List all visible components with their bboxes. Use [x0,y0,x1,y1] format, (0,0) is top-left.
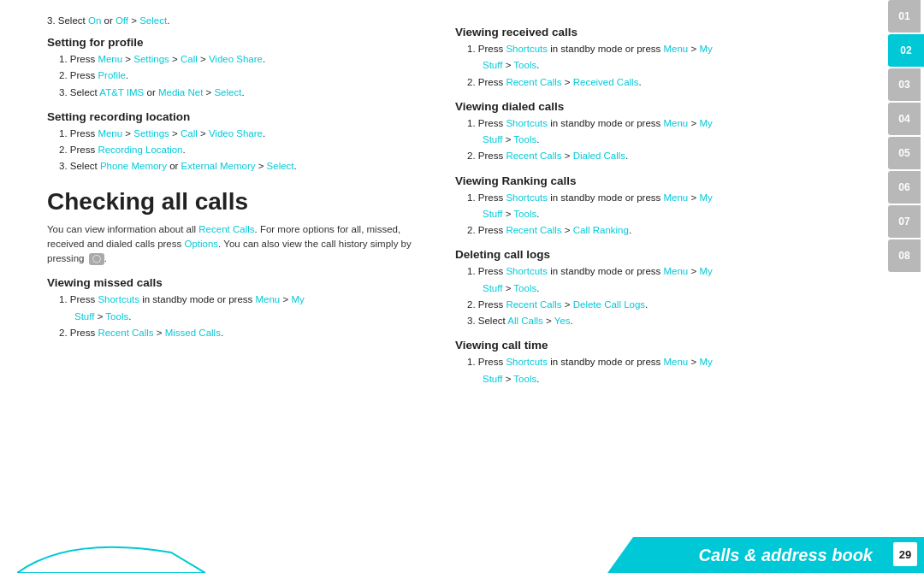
received-step-2: 2. Press Recent Calls > Received Calls. [467,75,834,90]
viewing-ranking-section: Viewing Ranking calls 1. Press Shortcuts… [455,174,834,239]
tab-03[interactable]: 03 [888,68,921,101]
viewing-time-section: Viewing call time 1. Press Shortcuts in … [455,339,834,387]
bottom-bar: Calls & address book 29 [0,537,924,573]
viewing-time-steps: 1. Press Shortcuts in standby mode or pr… [455,355,834,387]
viewing-missed-section: Viewing missed calls 1. Press Shortcuts … [47,276,418,340]
setting-profile-heading: Setting for profile [47,36,418,49]
page-wrapper: 3. Select On or Off > Select. Setting fo… [0,0,924,573]
viewing-dialed-heading: Viewing dialed calls [455,100,834,113]
tab-07[interactable]: 07 [888,205,921,238]
deleting-logs-section: Deleting call logs 1. Press Shortcuts in… [455,248,834,328]
viewing-dialed-steps: 1. Press Shortcuts in standby mode or pr… [455,116,834,164]
setting-recording-section: Setting recording location 1. Press Menu… [47,110,418,174]
intro-text: You can view information about all Recen… [47,222,418,267]
ranking-step-1: 1. Press Shortcuts in standby mode or pr… [467,191,834,205]
viewing-received-section: Viewing received calls 1. Press Shortcut… [455,26,834,90]
left-column: 3. Select On or Off > Select. Setting fo… [0,0,436,573]
step-2: 2. Press Profile. [59,68,418,83]
bottom-curve-decoration [17,535,205,573]
bottom-bar-label: Calls & address book [699,546,924,565]
deleting-logs-steps: 1. Press Shortcuts in standby mode or pr… [455,264,834,328]
rec-step-3: 3. Select Phone Memory or External Memor… [59,159,418,174]
on-link: On [88,15,101,26]
dialed-step-1b: Stuff > Tools. [467,133,834,147]
setting-profile-steps: 1. Press Menu > Settings > Call > Video … [47,52,418,100]
received-step-1: 1. Press Shortcuts in standby mode or pr… [467,42,834,56]
tab-01[interactable]: 01 [888,0,921,32]
step-3: 3. Select AT&T IMS or Media Net > Select… [59,86,418,100]
viewing-missed-steps: 1. Press Shortcuts in standby mode or pr… [47,292,418,340]
tab-08[interactable]: 08 [888,239,921,272]
tab-06[interactable]: 06 [888,171,921,204]
ranking-step-1b: Stuff > Tools. [467,207,834,222]
off-link: Off [116,15,128,26]
delete-step-3: 3. Select All Calls > Yes. [467,314,834,328]
time-step-1: 1. Press Shortcuts in standby mode or pr… [467,355,834,369]
viewing-time-heading: Viewing call time [455,339,834,351]
setting-recording-steps: 1. Press Menu > Settings > Call > Video … [47,127,418,174]
tab-05[interactable]: 05 [888,137,921,169]
setting-recording-heading: Setting recording location [47,110,418,123]
missed-step-2: 2. Press Recent Calls > Missed Calls. [59,326,418,340]
tab-04[interactable]: 04 [888,103,921,135]
viewing-ranking-steps: 1. Press Shortcuts in standby mode or pr… [455,191,834,239]
side-tabs: 01 02 03 04 05 06 07 08 [888,0,924,573]
missed-step-1: 1. Press Shortcuts in standby mode or pr… [59,292,418,307]
checking-all-calls-heading: Checking all calls [47,188,418,216]
viewing-missed-heading: Viewing missed calls [47,276,418,289]
received-step-1b: Stuff > Tools. [467,58,834,73]
top-line: 3. Select On or Off > Select. [47,15,418,26]
select-link: Select [139,15,167,26]
rec-step-1: 1. Press Menu > Settings > Call > Video … [59,127,418,141]
delete-step-2: 2. Press Recent Calls > Delete Call Logs… [467,298,834,312]
step-1: 1. Press Menu > Settings > Call > Video … [59,52,418,67]
right-column: Viewing received calls 1. Press Shortcut… [436,0,881,573]
viewing-dialed-section: Viewing dialed calls 1. Press Shortcuts … [455,100,834,164]
viewing-received-heading: Viewing received calls [455,26,834,38]
delete-step-1: 1. Press Shortcuts in standby mode or pr… [467,264,834,279]
dialed-step-2: 2. Press Recent Calls > Dialed Calls. [467,149,834,163]
rec-step-2: 2. Press Recording Location. [59,143,418,157]
tab-02[interactable]: 02 [888,34,924,67]
delete-step-1b: Stuff > Tools. [467,281,834,296]
ranking-step-2: 2. Press Recent Calls > Call Ranking. [467,223,834,238]
time-step-1b: Stuff > Tools. [467,372,834,387]
dialed-step-1: 1. Press Shortcuts in standby mode or pr… [467,116,834,131]
viewing-received-steps: 1. Press Shortcuts in standby mode or pr… [455,42,834,90]
setting-profile-section: Setting for profile 1. Press Menu > Sett… [47,36,418,100]
missed-step-1b: Stuff > Tools. [59,310,418,324]
viewing-ranking-heading: Viewing Ranking calls [455,174,834,187]
page-number: 29 [893,542,917,566]
deleting-logs-heading: Deleting call logs [455,248,834,261]
call-key-icon: ◯ [89,253,104,265]
